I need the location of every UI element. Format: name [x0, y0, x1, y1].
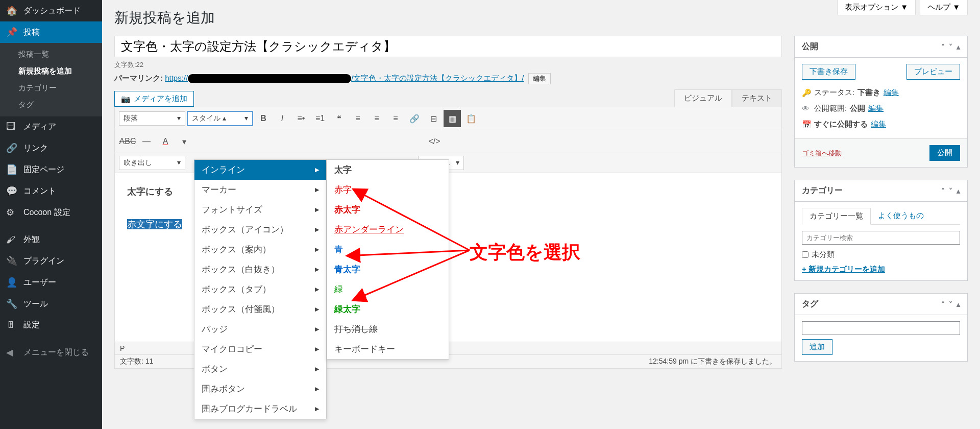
help-button[interactable]: ヘルプ ▼ — [920, 0, 968, 15]
move-up-icon[interactable]: ˄ — [941, 43, 945, 51]
hr-button[interactable]: — — [138, 133, 155, 150]
cat-tab-frequent[interactable]: よく使うもの — [871, 208, 931, 224]
move-up-icon[interactable]: ˄ — [941, 187, 945, 195]
more-button[interactable]: ⊟ — [425, 110, 442, 127]
cat-tab-list[interactable]: カテゴリー一覧 — [802, 208, 871, 225]
style-item-button[interactable]: ボタン▶ — [194, 359, 326, 379]
add-media-button[interactable]: 📷メディアを追加 — [114, 91, 194, 107]
menu-pages[interactable]: 📄固定ページ — [0, 159, 102, 180]
menu-label: ダッシュボード — [23, 6, 81, 16]
add-category-link[interactable]: + 新規カテゴリーを追加 — [802, 265, 885, 274]
menu-tools[interactable]: 🔧ツール — [0, 293, 102, 315]
menu-cocoon[interactable]: ⚙Cocoon 設定 — [0, 202, 102, 223]
italic-button[interactable]: I — [274, 110, 291, 127]
code-button[interactable]: </> — [426, 133, 443, 150]
tab-text[interactable]: テキスト — [732, 89, 782, 107]
screen-options-button[interactable]: 表示オプション ▼ — [837, 0, 916, 15]
move-down-icon[interactable]: ˅ — [949, 300, 952, 308]
inline-item-green[interactable]: 緑 — [327, 279, 449, 299]
tags-box: タグ ˄˅▴ 追加 — [794, 293, 968, 362]
toggle-icon[interactable]: ▴ — [957, 300, 960, 308]
inline-item-red[interactable]: 赤字 — [327, 180, 449, 200]
menu-collapse[interactable]: ◀メニューを閉じる — [0, 342, 102, 363]
style-item-box-guide[interactable]: ボックス（案内）▶ — [194, 240, 326, 259]
trash-link[interactable]: ゴミ箱へ移動 — [802, 149, 842, 158]
align-center-button[interactable]: ≡ — [368, 110, 385, 127]
speech-select[interactable]: 吹き出し — [119, 156, 185, 170]
publish-button[interactable]: 公開 — [929, 145, 960, 161]
post-title-input[interactable] — [114, 36, 782, 57]
quote-button[interactable]: ❝ — [330, 110, 348, 127]
link-button[interactable]: 🔗 — [406, 110, 423, 127]
menu-links[interactable]: 🔗リンク — [0, 137, 102, 159]
menu-plugins[interactable]: 🔌プラグイン — [0, 250, 102, 272]
inline-submenu: 太字 赤字 赤太字 赤アンダーライン 青 青太字 緑 緑太字 打ち消し線 キーボ… — [327, 159, 449, 360]
key-icon: 🔑 — [802, 88, 811, 98]
inline-item-strike[interactable]: 打ち消し線 — [327, 319, 449, 339]
add-tag-button[interactable]: 追加 — [802, 339, 832, 355]
style-item-wrap-button[interactable]: 囲みボタン▶ — [194, 379, 326, 399]
move-up-icon[interactable]: ˄ — [941, 300, 945, 308]
number-list-button[interactable]: ≡1 — [311, 110, 329, 127]
inline-item-greenbold[interactable]: 緑太字 — [327, 299, 449, 319]
inline-item-redunder[interactable]: 赤アンダーライン — [327, 220, 449, 240]
align-left-button[interactable]: ≡ — [349, 110, 366, 127]
style-item-wrap-blog[interactable]: 囲みブログカードラベル▶ — [194, 399, 326, 419]
category-uncategorized[interactable]: 未分類 — [802, 250, 960, 259]
chevron-right-icon: ▶ — [315, 166, 319, 173]
toggle-icon[interactable]: ▴ — [957, 43, 960, 51]
edit-visibility-link[interactable]: 編集 — [868, 104, 884, 113]
preview-button[interactable]: プレビュー — [906, 64, 960, 80]
align-right-button[interactable]: ≡ — [387, 110, 404, 127]
style-item-marker[interactable]: マーカー▶ — [194, 180, 326, 200]
menu-label: メニューを閉じる — [23, 347, 89, 358]
toggle-icon[interactable]: ▴ — [957, 187, 960, 195]
fullscreen-button[interactable]: ▦ — [444, 110, 461, 127]
style-item-badge[interactable]: バッジ▶ — [194, 319, 326, 339]
paragraph-select[interactable]: 段落 — [119, 111, 185, 126]
text-color-button[interactable]: A — [157, 133, 174, 150]
submenu-all-posts[interactable]: 投稿一覧 — [0, 46, 102, 63]
style-item-fontsize[interactable]: フォントサイズ▶ — [194, 200, 326, 220]
inline-item-blue[interactable]: 青 — [327, 240, 449, 259]
text-color-more-button[interactable]: ▾ — [176, 133, 193, 150]
menu-comments[interactable]: 💬コメント — [0, 180, 102, 202]
inline-item-redbold[interactable]: 赤太字 — [327, 200, 449, 220]
style-item-box-white[interactable]: ボックス（白抜き）▶ — [194, 259, 326, 279]
strikethrough-button[interactable]: ABC — [119, 133, 136, 150]
permalink-link[interactable]: https:///文字色・太字の設定方法【クラシックエディタ】/ — [165, 74, 524, 82]
bullet-list-button[interactable]: ≡• — [292, 110, 310, 127]
style-item-box-tab[interactable]: ボックス（タブ）▶ — [194, 279, 326, 299]
save-draft-button[interactable]: 下書き保存 — [802, 64, 855, 80]
edit-status-link[interactable]: 編集 — [884, 88, 899, 98]
menu-dashboard[interactable]: 🏠ダッシュボード — [0, 0, 102, 21]
menu-users[interactable]: 👤ユーザー — [0, 272, 102, 293]
menu-posts[interactable]: 📌投稿 — [0, 21, 102, 43]
move-down-icon[interactable]: ˅ — [949, 43, 952, 51]
submenu-new-post[interactable]: 新規投稿を追加 — [0, 63, 102, 80]
submenu-categories[interactable]: カテゴリー — [0, 80, 102, 97]
menu-media[interactable]: 🎞メディア — [0, 116, 102, 137]
tab-visual[interactable]: ビジュアル — [674, 89, 732, 107]
menu-settings[interactable]: 🎚設定 — [0, 315, 102, 336]
style-item-inline[interactable]: インライン▶ — [194, 160, 326, 180]
tags-input[interactable] — [802, 321, 960, 335]
uncategorized-checkbox[interactable] — [802, 251, 808, 258]
inline-item-kbd[interactable]: キーボードキー — [327, 339, 449, 359]
menu-appearance[interactable]: 🖌外観 — [0, 229, 102, 250]
category-search-input[interactable] — [802, 231, 960, 245]
move-down-icon[interactable]: ˅ — [949, 187, 952, 195]
edit-schedule-link[interactable]: 編集 — [871, 120, 886, 129]
style-item-box-sticky[interactable]: ボックス（付箋風）▶ — [194, 299, 326, 319]
style-item-microcopy[interactable]: マイクロコピー▶ — [194, 339, 326, 359]
collapse-icon: ◀ — [6, 347, 18, 358]
style-item-box-icon[interactable]: ボックス（アイコン）▶ — [194, 220, 326, 240]
inline-item-bold[interactable]: 太字 — [327, 160, 449, 180]
permalink-edit-button[interactable]: 編集 — [528, 73, 551, 84]
submenu-tags[interactable]: タグ — [0, 97, 102, 113]
copy-button[interactable]: 📋 — [462, 110, 480, 127]
bold-button[interactable]: B — [255, 110, 272, 127]
inline-item-bluebold[interactable]: 青太字 — [327, 259, 449, 279]
plugin-icon: 🔌 — [6, 255, 18, 267]
style-select[interactable]: スタイル ▴ — [187, 111, 253, 126]
